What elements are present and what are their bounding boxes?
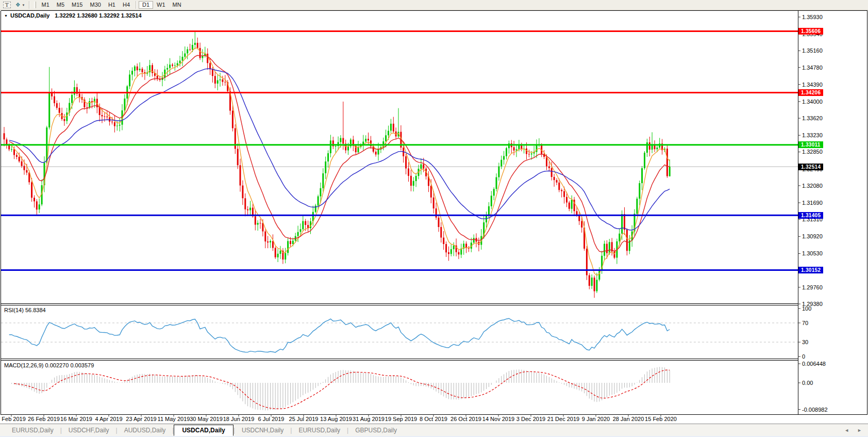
date-axis-label: 9 Jan 2020: [582, 416, 610, 422]
rsi-indicator-label: RSI(14) 56.8384: [4, 307, 46, 313]
price-level-tag: 1.35606: [798, 28, 823, 35]
price-axis-tick: 1.32080: [802, 183, 823, 189]
price-axis-tick: 1.35160: [802, 47, 823, 54]
rsi-panel[interactable]: [1, 318, 798, 352]
date-axis-label: 8 Oct 2019: [420, 416, 447, 422]
macd-axis-tick: 0.00: [802, 380, 813, 386]
price-axis-tick: 1.33230: [802, 132, 823, 138]
top-toolbar: T ❖ ▼ M1M5M15M30H1H4D1W1MN: [0, 0, 868, 10]
price-axis-tick: 1.34000: [802, 99, 823, 105]
chart-symbol-label: USDCAD,Daily: [10, 12, 49, 19]
timeframe-button-m5[interactable]: M5: [53, 1, 68, 9]
macd-signal-line: [14, 370, 670, 409]
date-axis-label: 23 Apr 2019: [126, 416, 156, 422]
down-candle-bodies: [4, 43, 668, 291]
caret-down-icon: ▼: [22, 4, 25, 7]
date-axis-label: 21 Dec 2019: [547, 416, 579, 422]
tab-scroll-left-icon[interactable]: ◄: [844, 428, 849, 433]
macd-histogram: [12, 367, 670, 410]
macd-panel[interactable]: [12, 367, 670, 410]
date-axis-label: 7 Feb 2019: [0, 416, 26, 422]
mt4-terminal: { "toolbar": { "t_tool": "T", "drawing_t…: [0, 0, 868, 437]
timeframe-button-h1[interactable]: H1: [105, 1, 119, 9]
main-price-panel[interactable]: [1, 31, 798, 298]
price-axis-tick: 1.29760: [802, 284, 823, 290]
price-axis-tick: 1.34780: [802, 64, 823, 71]
date-axis-label: 13 Aug 2019: [320, 416, 352, 422]
date-axis-label: 28 Jan 2020: [613, 416, 644, 422]
tab-scroll-buttons: ◄ ►: [844, 428, 868, 433]
date-axis-label: 14 Nov 2019: [482, 416, 514, 422]
chart-tab-bar: EURUSD,Daily|USDCHF,Daily|AUDUSD,Daily|U…: [0, 424, 868, 436]
up-candle-wicks: [12, 31, 670, 293]
timeframe-button-d1[interactable]: D1: [139, 1, 153, 9]
tab-gbpusd-6[interactable]: GBPUSD,Daily: [348, 425, 404, 435]
price-axis-tick: 1.35930: [802, 14, 823, 20]
price-axis-tick: 1.33620: [802, 115, 823, 121]
timeframe-button-group: M1M5M15M30H1H4D1W1MN: [38, 1, 185, 9]
chart-canvas[interactable]: [0, 0, 868, 437]
drawing-style-icon: ❖: [15, 2, 21, 8]
price-level-tag: 1.30152: [798, 267, 823, 273]
date-axis-label: 31 Aug 2019: [353, 416, 385, 422]
date-axis-label: 3 Dec 2019: [516, 416, 545, 422]
rsi-axis-tick: 70: [802, 320, 808, 326]
price-axis-tick: 1.30920: [802, 233, 823, 239]
timeframe-button-m15[interactable]: M15: [68, 1, 86, 9]
rsi-axis-tick: 100: [802, 305, 811, 312]
timeframe-button-mn[interactable]: MN: [169, 1, 185, 9]
macd-axis-tick: 0.006448: [802, 361, 826, 367]
price-axis-tick: 1.34390: [802, 82, 823, 88]
macd-axis-tick: -0.008982: [802, 407, 828, 413]
toolbar-separator: [136, 1, 137, 9]
price-axis-tick: 1.30530: [802, 250, 823, 256]
ma-fast-line: [9, 48, 670, 276]
date-axis-label: 19 Sep 2019: [385, 416, 417, 422]
date-axis-label: 16 Mar 2019: [60, 416, 92, 422]
tab-eurusd-0[interactable]: EURUSD,Daily: [5, 425, 60, 435]
drawing-style-button[interactable]: ❖ ▼: [14, 1, 27, 9]
current-price-tag: 1.32514: [798, 164, 823, 170]
text-tool-icon: T: [3, 2, 11, 8]
toolbar-separator: [29, 1, 30, 9]
tab-eurusd-5[interactable]: EURUSD,Daily: [292, 425, 347, 435]
toolbar-grip: [34, 2, 36, 8]
date-axis-label: 25 Jul 2019: [289, 416, 319, 422]
timeframe-button-w1[interactable]: W1: [153, 1, 169, 9]
date-axis-label: 4 Apr 2019: [95, 416, 122, 422]
date-axis-label: 15 Feb 2020: [645, 416, 677, 422]
date-axis-label: 18 Jun 2019: [223, 416, 255, 422]
chart-dropdown-icon[interactable]: ▼: [4, 14, 8, 18]
price-level-tag: 1.31405: [798, 212, 823, 219]
date-axis-label: 30 May 2019: [190, 416, 223, 422]
date-axis-label: 6 Jul 2019: [258, 416, 285, 422]
timeframe-button-m30[interactable]: M30: [86, 1, 104, 9]
tab-usdcnh-4[interactable]: USDCNH,Daily: [235, 425, 290, 435]
down-candle-wicks: [4, 38, 667, 298]
rsi-axis-tick: 30: [802, 339, 808, 345]
timeframe-button-m1[interactable]: M1: [38, 1, 53, 9]
timeframe-button-h4[interactable]: H4: [119, 1, 133, 9]
date-axis-label: 26 Oct 2019: [450, 416, 481, 422]
tab-audusd-2[interactable]: AUDUSD,Daily: [118, 425, 173, 435]
chart-ohlc-values: 1.32292 1.32680 1.32292 1.32514: [55, 12, 141, 19]
date-axis-label: 26 Feb 2019: [28, 416, 60, 422]
price-axis-tick: 1.32850: [802, 149, 823, 155]
tab-usdcad-3[interactable]: USDCAD,Daily: [174, 425, 233, 436]
rsi-axis-tick: 0: [802, 353, 805, 360]
text-tool-button[interactable]: T: [2, 1, 12, 9]
date-axis-label: 11 May 2019: [158, 416, 190, 422]
price-level-tag: 1.34206: [798, 89, 823, 96]
chart-tabs: EURUSD,Daily|USDCHF,Daily|AUDUSD,Daily|U…: [5, 424, 404, 436]
price-level-tag: 1.33011: [798, 141, 823, 148]
rsi-line: [9, 318, 670, 352]
tab-usdchf-1[interactable]: USDCHF,Daily: [62, 425, 116, 435]
tab-scroll-right-icon[interactable]: ►: [857, 428, 862, 433]
price-axis-tick: 1.31690: [802, 200, 823, 206]
chart-title: ▼ USDCAD,Daily 1.32292 1.32680 1.32292 1…: [4, 12, 142, 19]
macd-indicator-label: MACD(12,26,9) 0.002270 0.003579: [4, 362, 94, 368]
ma-mid-line: [9, 55, 670, 252]
